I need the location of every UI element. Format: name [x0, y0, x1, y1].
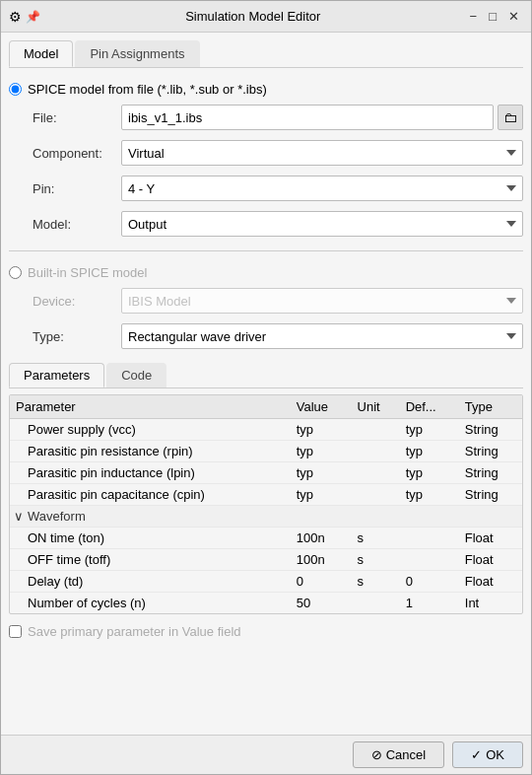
- type-select[interactable]: Rectangular wave driver: [121, 323, 523, 349]
- type-control-wrap: Rectangular wave driver: [121, 323, 523, 349]
- table-cell: 0: [291, 571, 352, 593]
- col-value: Value: [291, 395, 352, 419]
- pin-select[interactable]: 4 - Y: [121, 176, 523, 201]
- app-icon: ⚙: [9, 9, 22, 25]
- builtin-spice-label: Built-in SPICE model: [28, 265, 147, 280]
- divider-1: [9, 250, 523, 251]
- maximize-button[interactable]: □: [485, 8, 500, 25]
- table-cell: Number of cycles (n): [10, 593, 291, 614]
- parameters-table-wrap: Parameter Value Unit Def... Type Power s…: [9, 394, 523, 614]
- close-button[interactable]: ✕: [504, 8, 523, 25]
- builtin-spice-radio[interactable]: [9, 266, 22, 279]
- spice-from-file-radio[interactable]: [9, 83, 22, 96]
- ok-label: OK: [486, 747, 504, 762]
- table-cell: Float: [459, 549, 522, 571]
- file-input[interactable]: [121, 105, 494, 130]
- component-row: Component: Virtual: [9, 140, 523, 166]
- table-cell: ON time (ton): [10, 528, 291, 549]
- inner-tabs: Parameters Code: [9, 363, 523, 388]
- chevron-down-icon: ∨: [14, 509, 24, 524]
- table-cell: typ: [291, 462, 352, 484]
- window-content: Model Pin Assignments SPICE model from f…: [1, 33, 531, 735]
- table-row: Delay (td)0s0Float: [10, 571, 522, 593]
- main-tabs: Model Pin Assignments: [9, 40, 523, 68]
- component-control-wrap: Virtual: [121, 140, 523, 166]
- pin-assignments-icon: 📌: [26, 10, 40, 24]
- device-control-wrap: IBIS Model: [121, 288, 523, 314]
- table-row: Parasitic pin capacitance (cpin)typtypSt…: [10, 484, 522, 506]
- table-cell: Parasitic pin resistance (rpin): [10, 441, 291, 462]
- file-control-wrap: 🗀: [121, 105, 523, 130]
- ok-button[interactable]: ✓ OK: [452, 741, 523, 768]
- save-primary-checkbox[interactable]: [9, 625, 22, 638]
- table-cell: 50: [291, 593, 352, 614]
- ok-icon: ✓: [471, 747, 482, 762]
- type-label: Type:: [33, 329, 121, 344]
- table-cell: s: [352, 549, 400, 571]
- table-cell: [352, 462, 400, 484]
- table-cell: 100n: [291, 528, 352, 549]
- title-bar: ⚙ 📌 Simulation Model Editor − □ ✕: [1, 1, 531, 33]
- table-cell: Float: [459, 528, 522, 549]
- device-row: Device: IBIS Model: [9, 288, 523, 314]
- table-cell: typ: [400, 462, 459, 484]
- table-cell: Power supply (vcc): [10, 419, 291, 441]
- spice-from-file-label: SPICE model from file (*.lib, *.sub or *…: [28, 82, 267, 97]
- window-controls: − □ ✕: [466, 8, 523, 25]
- table-cell: Parasitic pin capacitance (cpin): [10, 484, 291, 506]
- table-cell: typ: [291, 484, 352, 506]
- tab-model[interactable]: Model: [9, 40, 73, 67]
- table-body: Power supply (vcc)typtypStringParasitic …: [10, 419, 522, 614]
- component-select[interactable]: Virtual: [121, 140, 523, 166]
- builtin-spice-radio-group: Built-in SPICE model: [9, 261, 523, 282]
- table-cell: typ: [291, 419, 352, 441]
- title-bar-left: ⚙ 📌: [9, 9, 40, 25]
- cancel-icon: ⊘: [371, 747, 382, 762]
- table-cell: [352, 484, 400, 506]
- table-group-row: ∨Waveform: [10, 506, 522, 528]
- table-cell: 1: [400, 593, 459, 614]
- tab-pin-assignments[interactable]: Pin Assignments: [75, 40, 199, 67]
- file-browse-button[interactable]: 🗀: [498, 105, 523, 130]
- table-cell: String: [459, 441, 522, 462]
- type-row: Type: Rectangular wave driver: [9, 323, 523, 349]
- device-label: Device:: [33, 294, 121, 309]
- parameters-table: Parameter Value Unit Def... Type Power s…: [10, 395, 522, 613]
- table-cell: Delay (td): [10, 571, 291, 593]
- table-cell: s: [352, 571, 400, 593]
- col-unit: Unit: [352, 395, 400, 419]
- file-label: File:: [33, 110, 121, 125]
- table-cell: [400, 528, 459, 549]
- table-cell: Parasitic pin inductance (lpin): [10, 462, 291, 484]
- minimize-button[interactable]: −: [466, 8, 482, 25]
- file-row: File: 🗀: [9, 105, 523, 130]
- table-cell: String: [459, 484, 522, 506]
- cancel-button[interactable]: ⊘ Cancel: [353, 741, 444, 768]
- pin-control-wrap: 4 - Y: [121, 176, 523, 201]
- table-row: ON time (ton)100nsFloat: [10, 528, 522, 549]
- table-cell: 100n: [291, 549, 352, 571]
- model-select[interactable]: Output: [121, 211, 523, 237]
- table-cell: [352, 419, 400, 441]
- table-header-row: Parameter Value Unit Def... Type: [10, 395, 522, 419]
- table-cell: Float: [459, 571, 522, 593]
- table-cell: String: [459, 419, 522, 441]
- group-label: ∨Waveform: [10, 506, 522, 528]
- window-title: Simulation Model Editor: [40, 9, 466, 24]
- inner-tab-parameters[interactable]: Parameters: [9, 363, 104, 388]
- table-cell: [400, 549, 459, 571]
- table-row: Parasitic pin resistance (rpin)typtypStr…: [10, 441, 522, 462]
- device-select[interactable]: IBIS Model: [121, 288, 523, 314]
- inner-tab-code[interactable]: Code: [106, 363, 166, 388]
- col-parameter: Parameter: [10, 395, 291, 419]
- component-label: Component:: [33, 146, 121, 161]
- folder-icon: 🗀: [503, 109, 517, 125]
- table-row: Number of cycles (n)501Int: [10, 593, 522, 614]
- table-cell: [352, 441, 400, 462]
- table-row: OFF time (toff)100nsFloat: [10, 549, 522, 571]
- col-type: Type: [459, 395, 522, 419]
- pin-row: Pin: 4 - Y: [9, 176, 523, 201]
- table-cell: [352, 593, 400, 614]
- col-default: Def...: [400, 395, 459, 419]
- table-cell: String: [459, 462, 522, 484]
